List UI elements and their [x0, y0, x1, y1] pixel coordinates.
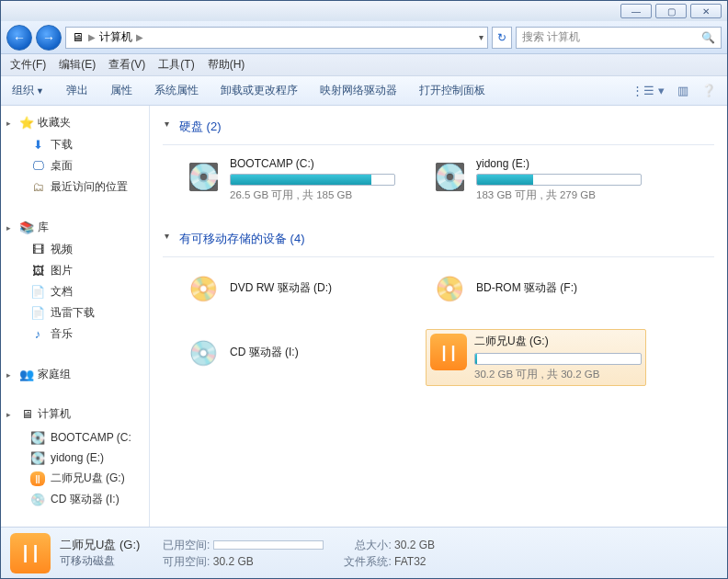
bd-icon: 📀 — [430, 269, 469, 308]
hdd-drives: 💽 BOOTCAMP (C:) 26.5 GB 可用 , 共 185 GB 💽 … — [163, 153, 714, 207]
search-icon[interactable]: 🔍 — [701, 31, 715, 44]
tool-map-drive[interactable]: 映射网络驱动器 — [320, 83, 397, 98]
sidebar-item-pictures[interactable]: 🖼图片 — [14, 260, 149, 281]
used-space-bar — [213, 540, 324, 550]
content-pane: 硬盘 (2) 💽 BOOTCAMP (C:) 26.5 GB 可用 , 共 18… — [150, 106, 727, 527]
computer-icon: 🖥 — [70, 30, 85, 45]
tool-uninstall[interactable]: 卸载或更改程序 — [221, 83, 298, 98]
sidebar-library: 📚库 🎞视频 🖼图片 📄文档 📄迅雷下载 ♪音乐 — [14, 220, 149, 345]
drive-i-name: CD 驱动器 (I:) — [230, 345, 395, 360]
view-mode-icon[interactable]: ⋮☰ ▾ — [631, 84, 665, 97]
sidebar-item-downloads[interactable]: ⬇下载 — [14, 134, 149, 155]
minimize-button[interactable]: — — [620, 4, 652, 18]
sidebar-item-xunlei[interactable]: 📄迅雷下载 — [14, 302, 149, 324]
drive-g-bar — [474, 353, 642, 365]
sidebar-item-music[interactable]: ♪音乐 — [14, 324, 149, 345]
address-dropdown-icon[interactable]: ▾ — [479, 32, 483, 42]
sidebar-item-drive-c[interactable]: 💽BOOTCAMP (C: — [14, 427, 149, 448]
breadcrumb-separator: ▶ — [136, 32, 143, 42]
drive-g[interactable]: | | 二师兄U盘 (G:) 30.2 GB 可用 , 共 30.2 GB — [426, 329, 646, 386]
menu-file[interactable]: 文件(F) — [10, 57, 46, 73]
tool-control-panel[interactable]: 打开控制面板 — [419, 83, 485, 98]
explorer-window: — ▢ ✕ ← → 🖥 ▶ 计算机 ▶ ▾ ↻ 搜索 计算机 🔍 文件(F) 编… — [0, 0, 728, 579]
section-divider — [163, 144, 714, 145]
drive-f[interactable]: 📀 BD-ROM 驱动器 (F:) — [426, 265, 646, 312]
sidebar-library-head[interactable]: 📚库 — [14, 220, 149, 235]
status-col-space: 已用空间: 可用空间: 30.2 GB — [160, 537, 323, 570]
menu-view[interactable]: 查看(V) — [108, 57, 145, 73]
refresh-button[interactable]: ↻ — [492, 27, 512, 49]
section-removable[interactable]: 有可移动存储的设备 (4) — [163, 225, 714, 253]
total-value: 30.2 GB — [394, 539, 435, 551]
breadcrumb-text[interactable]: 计算机 — [99, 29, 132, 45]
tool-system-properties[interactable]: 系统属性 — [154, 83, 199, 98]
drive-g-fill — [475, 354, 477, 364]
desktop-icon: 🖵 — [30, 159, 45, 174]
computer-icon: 🖥 — [19, 407, 34, 422]
status-usb-icon: | | — [10, 533, 51, 573]
cd-icon: 💿 — [184, 334, 222, 372]
titlebar: — ▢ ✕ — [1, 1, 727, 21]
section-hdd[interactable]: 硬盘 (2) — [163, 113, 714, 141]
sidebar-item-drive-g[interactable]: ||二师兄U盘 (G:) — [14, 468, 149, 489]
sidebar-item-drive-e[interactable]: 💽yidong (E:) — [14, 448, 149, 468]
drive-d[interactable]: 📀 DVD RW 驱动器 (D:) — [179, 265, 400, 312]
tool-eject[interactable]: 弹出 — [66, 83, 88, 98]
drive-e[interactable]: 💽 yidong (E:) 183 GB 可用 , 共 279 GB — [426, 153, 646, 207]
menu-edit[interactable]: 编辑(E) — [59, 57, 96, 73]
drive-c-fill — [231, 175, 371, 185]
sidebar-favorites-head[interactable]: ⭐收藏夹 — [14, 115, 149, 131]
sidebar-item-drive-i[interactable]: 💿CD 驱动器 (I:) — [14, 489, 149, 510]
help-icon[interactable]: ❔ — [701, 84, 716, 97]
close-button[interactable]: ✕ — [690, 4, 722, 18]
drive-c-bar — [230, 174, 395, 186]
free-value: 30.2 GB — [213, 555, 254, 568]
sidebar-item-recent[interactable]: 🗂最近访问的位置 — [14, 176, 149, 198]
sidebar-computer: 🖥计算机 💽BOOTCAMP (C: 💽yidong (E:) ||二师兄U盘 … — [14, 404, 149, 510]
address-bar[interactable]: 🖥 ▶ 计算机 ▶ ▾ — [65, 27, 488, 49]
xunlei-icon: 📄 — [30, 306, 45, 321]
picture-icon: 🖼 — [30, 264, 45, 278]
drive-e-fill — [477, 175, 533, 185]
menu-help[interactable]: 帮助(H) — [208, 57, 245, 73]
menu-bar: 文件(F) 编辑(E) 查看(V) 工具(T) 帮助(H) — [1, 54, 727, 76]
sidebar-item-videos[interactable]: 🎞视频 — [14, 239, 149, 260]
drive-g-freetext: 30.2 GB 可用 , 共 30.2 GB — [474, 368, 642, 381]
sidebar-homegroup-head[interactable]: 👥家庭组 — [14, 367, 149, 382]
drive-c-freetext: 26.5 GB 可用 , 共 185 GB — [230, 188, 395, 202]
status-columns: 已用空间: 可用空间: 30.2 GB 总大小: 30.2 GB 文件系统: F… — [160, 537, 435, 570]
drive-icon: 💽 — [430, 157, 469, 196]
dvd-icon: 📀 — [184, 269, 222, 308]
sidebar-computer-head[interactable]: 🖥计算机 — [14, 404, 149, 424]
search-input[interactable]: 搜索 计算机 🔍 — [516, 27, 722, 49]
status-subtitle: 可移动磁盘 — [60, 553, 140, 569]
free-label: 可用空间: — [160, 553, 210, 570]
tool-properties[interactable]: 属性 — [110, 83, 132, 98]
back-button[interactable]: ← — [6, 25, 32, 51]
toolbar: 组织 ▼ 弹出 属性 系统属性 卸载或更改程序 映射网络驱动器 打开控制面板 ⋮… — [1, 76, 727, 106]
drive-icon: 💽 — [30, 450, 45, 465]
status-bar: | | 二师兄U盘 (G:) 可移动磁盘 已用空间: 可用空间: 30.2 GB… — [1, 527, 727, 578]
used-label: 已用空间: — [160, 537, 210, 553]
menu-tools[interactable]: 工具(T) — [158, 57, 194, 73]
forward-button[interactable]: → — [36, 25, 62, 51]
drive-i[interactable]: 💿 CD 驱动器 (I:) — [179, 329, 400, 386]
homegroup-icon: 👥 — [19, 368, 34, 382]
status-title-block: 二师兄U盘 (G:) 可移动磁盘 — [60, 537, 140, 569]
removable-drives: 📀 DVD RW 驱动器 (D:) 📀 BD-ROM 驱动器 (F:) 💿 CD… — [163, 265, 714, 386]
status-col-meta: 总大小: 30.2 GB 文件系统: FAT32 — [342, 537, 435, 570]
sidebar-item-documents[interactable]: 📄文档 — [14, 281, 149, 302]
organize-button[interactable]: 组织 ▼ — [12, 83, 44, 98]
video-icon: 🎞 — [30, 243, 45, 257]
fs-value: FAT32 — [394, 555, 426, 568]
maximize-button[interactable]: ▢ — [655, 4, 687, 18]
drive-g-name: 二师兄U盘 (G:) — [474, 334, 642, 349]
sidebar-item-desktop[interactable]: 🖵桌面 — [14, 155, 149, 176]
drive-c[interactable]: 💽 BOOTCAMP (C:) 26.5 GB 可用 , 共 185 GB — [179, 153, 400, 207]
section-divider — [163, 256, 714, 257]
status-title: 二师兄U盘 (G:) — [60, 537, 140, 553]
usb-icon: | | — [430, 334, 467, 370]
preview-pane-icon[interactable]: ▥ — [677, 84, 688, 97]
breadcrumb-separator: ▶ — [88, 32, 96, 42]
drive-icon: 💽 — [30, 430, 45, 445]
